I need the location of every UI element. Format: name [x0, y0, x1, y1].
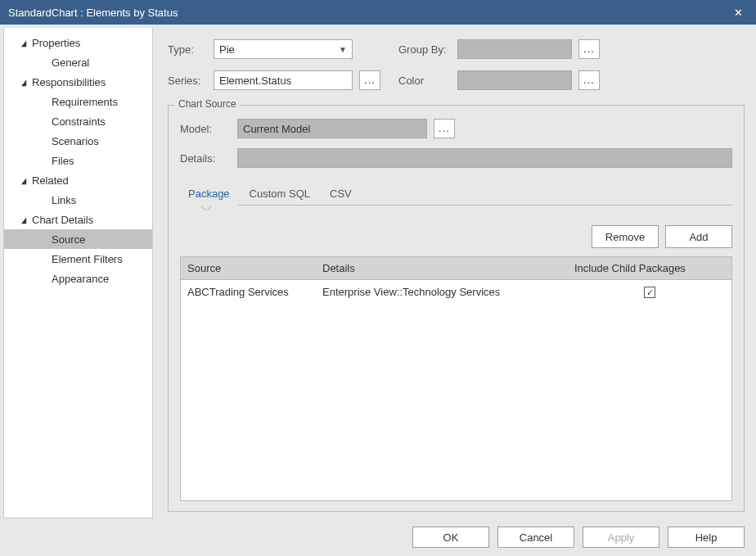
nav-label: Files: [52, 155, 74, 167]
chevron-down-icon: ▼: [339, 45, 347, 54]
series-input[interactable]: Element.Status: [214, 70, 353, 90]
table-body: ABCTrading ServicesEnterprise View::Tech…: [181, 280, 731, 305]
nav-sidebar: ◢PropertiesGeneral◢ResponsibilitiesRequi…: [3, 28, 153, 518]
add-button[interactable]: Add: [665, 225, 732, 248]
nav-item-general[interactable]: General: [4, 52, 152, 72]
nav-label: Links: [52, 194, 76, 206]
col-source[interactable]: Source: [181, 262, 316, 274]
table-header: Source Details Include Child Packages: [181, 257, 731, 280]
expand-icon: ◢: [21, 38, 28, 47]
nav-item-files[interactable]: Files: [4, 151, 152, 170]
nav-label: Constraints: [52, 115, 106, 128]
groupby-field[interactable]: [457, 39, 572, 59]
nav-item-responsibilities[interactable]: ◢Responsibilities: [4, 72, 152, 92]
window-title: StandardChart : Elements by Status: [8, 7, 178, 19]
nav-item-constraints[interactable]: Constraints: [4, 111, 152, 131]
type-value: Pie: [219, 43, 235, 56]
model-browse-button[interactable]: ...: [434, 119, 455, 138]
tab-custom-sql[interactable]: Custom SQL: [246, 183, 313, 205]
dialog-footer: OK Cancel Apply Help: [0, 518, 756, 556]
details-label: Details:: [180, 152, 237, 165]
nav-item-appearance[interactable]: Appearance: [4, 269, 152, 288]
groupby-browse-button[interactable]: ...: [578, 39, 600, 59]
nav-item-scenarios[interactable]: Scenarios: [4, 131, 152, 151]
nav-label: Related: [32, 174, 69, 187]
sources-table: Source Details Include Child Packages AB…: [180, 256, 732, 501]
cell-include: ✓: [568, 286, 731, 299]
expand-icon: ◢: [21, 176, 28, 185]
expand-icon: ◢: [21, 215, 28, 224]
color-label: Color: [398, 75, 457, 87]
tab-indicator: [201, 205, 211, 210]
nav-label: Responsibilities: [32, 76, 106, 88]
table-buttons: Remove Add: [180, 225, 732, 248]
nav-label: Requirements: [52, 96, 118, 108]
cell-details: Enterprise View::Technology Services: [316, 286, 568, 298]
row-series-color: Series: Element.Status ... Color ...: [168, 70, 745, 90]
nav-item-related[interactable]: ◢Related: [4, 170, 152, 190]
ok-button[interactable]: OK: [412, 527, 489, 548]
series-value: Element.Status: [219, 75, 291, 87]
series-browse-button[interactable]: ...: [359, 70, 380, 90]
col-include[interactable]: Include Child Packages: [568, 262, 731, 274]
color-browse-button[interactable]: ...: [578, 70, 600, 90]
color-field[interactable]: [457, 70, 572, 90]
nav-label: Chart Details: [32, 214, 93, 226]
include-checkbox[interactable]: ✓: [644, 287, 655, 298]
nav-label: Properties: [32, 37, 80, 49]
nav-item-source[interactable]: Source: [4, 229, 152, 249]
col-details[interactable]: Details: [316, 262, 568, 274]
expand-icon: ◢: [21, 78, 28, 87]
model-value: Current Model: [243, 123, 310, 135]
chart-source-fieldset: Chart Source Model: Current Model ... De…: [168, 105, 745, 512]
fieldset-legend: Chart Source: [175, 98, 240, 110]
main-area: ◢PropertiesGeneral◢ResponsibilitiesRequi…: [0, 25, 756, 518]
apply-button[interactable]: Apply: [583, 527, 659, 548]
row-model: Model: Current Model ...: [180, 119, 732, 138]
source-tabs: PackageCustom SQLCSV: [180, 183, 732, 206]
nav-label: Appearance: [52, 273, 109, 285]
nav-item-links[interactable]: Links: [4, 190, 152, 210]
nav-label: Source: [52, 233, 85, 246]
nav-label: Scenarios: [52, 135, 99, 147]
remove-button[interactable]: Remove: [592, 225, 659, 248]
tab-package[interactable]: Package: [185, 183, 233, 205]
table-row[interactable]: ABCTrading ServicesEnterprise View::Tech…: [181, 280, 731, 305]
nav-item-properties[interactable]: ◢Properties: [4, 33, 152, 52]
row-details: Details:: [180, 148, 732, 168]
content-pane: Type: Pie ▼ Group By: ... Series: Elemen…: [153, 25, 756, 518]
nav-item-element-filters[interactable]: Element Filters: [4, 249, 152, 269]
close-button[interactable]: ✕: [720, 0, 756, 25]
nav-label: Element Filters: [52, 253, 123, 265]
cancel-button[interactable]: Cancel: [497, 527, 574, 548]
row-type-groupby: Type: Pie ▼ Group By: ...: [168, 39, 745, 59]
help-button[interactable]: Help: [668, 527, 745, 548]
type-dropdown[interactable]: Pie ▼: [214, 39, 353, 59]
model-field[interactable]: Current Model: [237, 119, 427, 138]
model-label: Model:: [180, 123, 237, 135]
title-bar: StandardChart : Elements by Status ✕: [0, 0, 756, 25]
details-field[interactable]: [237, 148, 732, 168]
nav-item-chart-details[interactable]: ◢Chart Details: [4, 210, 152, 229]
nav-item-requirements[interactable]: Requirements: [4, 92, 152, 111]
close-icon: ✕: [734, 7, 743, 19]
nav-label: General: [52, 57, 89, 69]
type-label: Type:: [168, 43, 214, 56]
cell-source: ABCTrading Services: [181, 286, 316, 298]
series-label: Series:: [168, 75, 214, 87]
groupby-label: Group By:: [398, 43, 457, 56]
tab-csv[interactable]: CSV: [326, 183, 355, 205]
